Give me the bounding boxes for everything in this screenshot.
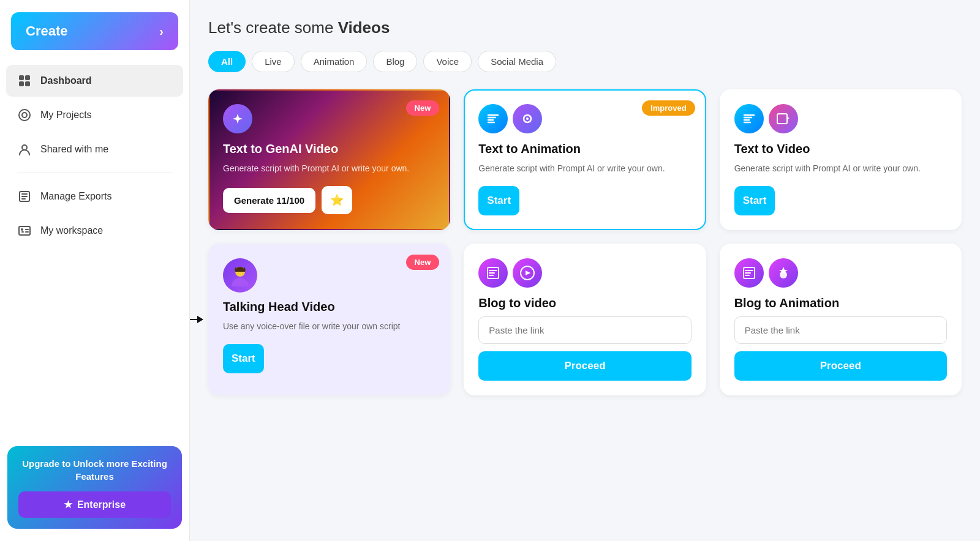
animation-icon-2 [513, 104, 542, 133]
page-title-prefix: Let's create some [208, 18, 338, 37]
sidebar-item-manage-exports[interactable]: Manage Exports [6, 181, 183, 212]
svg-rect-2 [19, 81, 24, 86]
card-talking-head: New Talking Head Video Use any voice-ove… [208, 244, 450, 395]
sidebar-item-my-workspace[interactable]: My workspace [6, 215, 183, 247]
card-icons-blog-video [478, 258, 691, 288]
sidebar-divider [17, 173, 172, 173]
sidebar-nav: Dashboard My Projects Shared with me [0, 65, 189, 439]
sidebar: Create › Dashboard My Projects [0, 0, 190, 541]
svg-point-9 [21, 228, 23, 231]
svg-point-5 [22, 113, 27, 118]
create-label: Create [26, 23, 67, 39]
workspace-icon [17, 223, 32, 238]
proceed-button-blog-video[interactable]: Proceed [478, 351, 691, 381]
svg-rect-12 [777, 114, 787, 124]
video-icon-1 [734, 104, 764, 133]
svg-rect-1 [25, 75, 30, 80]
upgrade-section: Upgrade to Unlock more Exciting Features… [7, 446, 182, 529]
card-icons-video [734, 104, 947, 133]
star-button[interactable]: ⭐ [322, 186, 352, 214]
proceed-button-blog-animation[interactable]: Proceed [734, 351, 947, 381]
filter-tab-live[interactable]: Live [252, 51, 295, 72]
card-blog-to-video: Blog to video Proceed [464, 244, 706, 395]
card-icons-blog-animation [734, 258, 947, 288]
upgrade-text: Upgrade to Unlock more Exciting Features [18, 457, 171, 483]
enterprise-button[interactable]: ★ Enterprise [18, 491, 171, 518]
paste-link-blog-video[interactable] [478, 316, 691, 344]
card-icons [223, 104, 435, 133]
filter-tab-animation[interactable]: Animation [301, 51, 368, 72]
card-title-genai: Text to GenAI Video [223, 142, 435, 156]
card-title-blog-video: Blog to video [478, 296, 691, 310]
card-desc-animation: Generate script with Prompt AI or write … [478, 162, 691, 175]
svg-rect-3 [25, 81, 30, 86]
dashboard-icon [17, 73, 32, 88]
star-icon: ★ [64, 499, 72, 510]
sidebar-item-workspace-label: My workspace [40, 225, 103, 236]
svg-point-4 [19, 110, 30, 121]
video-icon-2 [769, 104, 798, 133]
blog-video-icon-1 [478, 258, 508, 288]
filter-tab-voice[interactable]: Voice [423, 51, 472, 72]
paste-link-blog-animation[interactable] [734, 316, 947, 344]
generate-button[interactable]: Generate 11/100 [223, 188, 315, 213]
card-text-to-video: Text to Video Generate script with Promp… [720, 89, 962, 230]
card-desc-video: Generate script with Prompt AI or write … [734, 162, 947, 175]
animation-icon-1 [478, 104, 508, 133]
page-title-bold: Videos [338, 18, 390, 37]
svg-rect-8 [19, 226, 30, 235]
arrow-line [190, 319, 197, 320]
main-content: Let's create some Videos All Live Animat… [190, 0, 980, 541]
arrow-head [197, 316, 203, 323]
sidebar-item-my-projects[interactable]: My Projects [6, 99, 183, 131]
blog-animation-icon-2 [769, 258, 798, 288]
talking-head-avatar [223, 258, 257, 293]
card-text-to-genai: New Text to GenAI Video Generate script … [208, 89, 450, 230]
sidebar-item-my-projects-label: My Projects [40, 110, 92, 121]
filter-tabs: All Live Animation Blog Voice Social Med… [208, 51, 962, 72]
create-button[interactable]: Create › [11, 12, 178, 50]
card-actions-genai: Generate 11/100 ⭐ [223, 186, 435, 214]
badge-new-talking: New [406, 255, 440, 270]
badge-new: New [406, 100, 440, 116]
card-desc-talking-head: Use any voice-over file or write your ow… [223, 320, 435, 333]
card-title-animation: Text to Animation [478, 142, 691, 156]
start-button-talking-head[interactable]: Start [223, 344, 264, 373]
cards-grid: New Text to GenAI Video Generate script … [208, 89, 962, 395]
genai-icon [223, 104, 252, 133]
sidebar-item-shared-label: Shared with me [40, 144, 108, 155]
badge-improved: Improved [642, 100, 695, 116]
card-blog-to-animation: Blog to Animation Proceed [720, 244, 962, 395]
filter-tab-social-media[interactable]: Social Media [478, 51, 556, 72]
create-chevron-icon: › [159, 24, 164, 39]
card-title-video: Text to Video [734, 142, 947, 156]
start-button-video[interactable]: Start [734, 186, 775, 215]
blog-animation-icon-1 [734, 258, 764, 288]
card-desc-genai: Generate script with Prompt AI or write … [223, 162, 435, 175]
card-text-to-animation: Improved Text to Animation Generate scri… [464, 89, 706, 230]
arrow-indicator [190, 316, 203, 323]
enterprise-label: Enterprise [77, 499, 126, 510]
svg-point-6 [22, 145, 27, 150]
card-title-talking-head: Talking Head Video [223, 300, 435, 314]
start-button-animation[interactable]: Start [478, 186, 519, 215]
page-title: Let's create some Videos [208, 18, 962, 37]
projects-icon [17, 108, 32, 122]
svg-point-11 [526, 118, 529, 120]
filter-tab-all[interactable]: All [208, 51, 246, 72]
sidebar-item-exports-label: Manage Exports [40, 191, 112, 202]
filter-tab-blog[interactable]: Blog [373, 51, 417, 72]
exports-icon [17, 189, 32, 204]
blog-video-icon-2 [513, 258, 542, 288]
sidebar-item-dashboard-label: Dashboard [40, 75, 92, 86]
svg-rect-0 [19, 75, 24, 80]
sidebar-item-shared-with-me[interactable]: Shared with me [6, 133, 183, 165]
generate-label: Generate 11/100 [234, 195, 304, 206]
card-title-blog-animation: Blog to Animation [734, 296, 947, 310]
shared-icon [17, 142, 32, 157]
sidebar-item-dashboard[interactable]: Dashboard [6, 65, 183, 97]
